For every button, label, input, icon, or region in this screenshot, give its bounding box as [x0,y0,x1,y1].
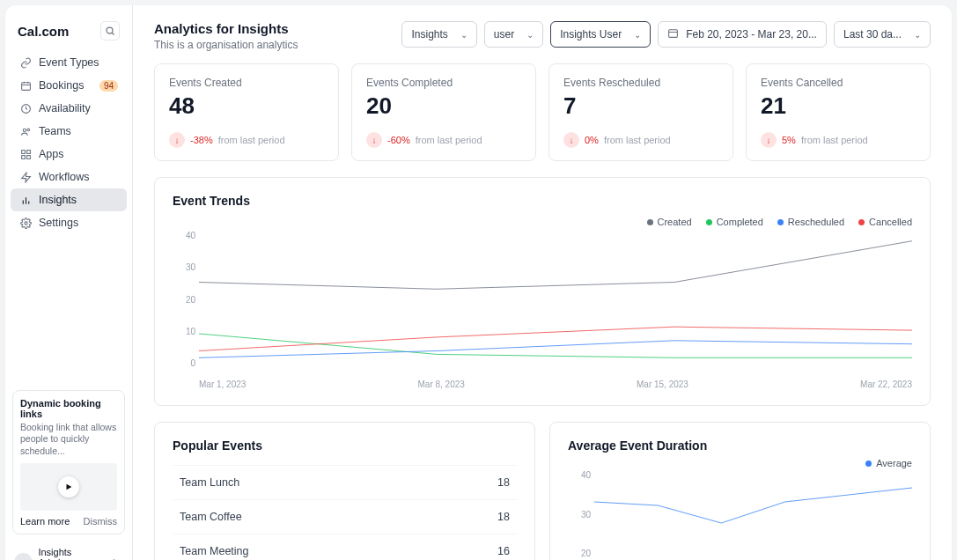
x-axis: Mar 1, 2023 Mar 8, 2023 Mar 15, 2023 Mar… [199,379,912,389]
nav-label: Bookings [39,79,84,92]
arrow-down-icon: ↓ [169,132,185,148]
kebab-icon[interactable]: ⋮ [105,556,123,560]
list-name: Team Meeting [180,545,249,557]
kpi-events-created: Events Created 48 ↓-38%from last period [154,63,339,161]
filter-user[interactable]: Insights User⌄ [550,21,651,48]
calendar-icon [19,80,32,92]
y-axis: 40 30 20 [568,470,591,558]
y-axis: 40 30 20 10 0 [173,231,195,368]
line-chart-svg [594,470,912,558]
filter-label: Insights User [560,28,622,41]
legend-cancelled: Cancelled [858,217,912,227]
svg-rect-19 [669,30,678,38]
user-name: Insights Admin [38,547,99,560]
kpi-delta-pct: 0% [585,135,599,145]
zap-icon [19,172,32,183]
list-name: Team Lunch [180,476,239,489]
svg-rect-9 [21,150,25,153]
event-trends-panel: Event Trends Created Completed Reschedul… [154,177,931,406]
filter-team[interactable]: Insights⌄ [401,21,476,48]
kpi-delta-pct: -60% [387,135,410,145]
nav-label: Apps [39,148,64,160]
kpi-label: Events Created [169,77,324,89]
nav-event-types[interactable]: Event Types [11,51,127,74]
nav-label: Workflows [39,171,89,183]
list-item: Team Lunch18 [173,465,517,499]
svg-rect-2 [21,82,30,90]
legend-dot [647,219,653,225]
calendar-icon [667,27,679,41]
legend-average: Average [865,458,912,468]
play-icon [58,476,79,497]
search-icon [105,26,115,36]
kpi-label: Events Rescheduled [563,77,718,89]
list-item: Team Meeting16 [173,534,517,560]
avg-duration-chart: 40 30 20 [568,470,912,558]
kpi-label: Events Cancelled [761,77,916,89]
legend-dot [777,219,784,225]
nav-list: Event Types Bookings94 Availability Team… [5,51,132,234]
legend-rescheduled: Rescheduled [777,217,844,227]
user-menu[interactable]: Insights Admin /insights ⋮ [5,542,132,560]
nav-label: Availability [39,102,91,114]
tip-title: Dynamic booking links [20,398,117,419]
svg-rect-12 [26,155,30,158]
nav-label: Settings [39,217,78,229]
svg-point-8 [26,128,29,130]
filter-period[interactable]: Last 30 da...⌄ [834,21,931,48]
filter-date-range[interactable]: Feb 20, 2023 - Mar 23, 20... [658,21,827,48]
tip-learn-more[interactable]: Learn more [20,516,70,527]
line-chart-svg [199,231,912,368]
kpi-value: 21 [761,92,916,120]
nav-settings[interactable]: Settings [11,211,127,234]
event-trends-chart: 40 30 20 10 0 Mar 1, 2023 Mar 8, 2023 Ma… [173,231,912,389]
kpi-label: Events Completed [366,77,521,89]
kpi-delta-text: from last period [416,135,482,145]
kpi-events-completed: Events Completed 20 ↓-60%from last perio… [351,63,536,161]
svg-rect-11 [21,155,25,158]
chevron-down-icon: ⌄ [526,30,534,40]
arrow-down-icon: ↓ [366,132,382,148]
nav-teams[interactable]: Teams [11,120,127,143]
nav-bookings[interactable]: Bookings94 [11,74,127,97]
gear-icon [19,217,32,229]
legend-created: Created [647,217,692,227]
list-count: 18 [497,476,510,489]
filter-label: Feb 20, 2023 - Mar 23, 20... [686,28,817,41]
nav-insights[interactable]: Insights [11,188,127,211]
nav-label: Insights [39,194,77,206]
brand-logo: Cal.com [18,24,69,39]
tip-thumbnail[interactable] [20,463,117,511]
users-icon [19,126,32,137]
main-content: Analytics for Insights This is a organis… [133,5,952,560]
chevron-down-icon: ⌄ [914,30,921,40]
grid-icon [19,149,32,160]
filter-scope[interactable]: user⌄ [484,21,543,48]
kpi-value: 7 [563,92,718,120]
page-title: Analytics for Insights [154,21,298,36]
nav-availability[interactable]: Availability [11,97,127,120]
kpi-value: 20 [366,92,521,120]
kpi-value: 48 [169,92,324,120]
svg-marker-13 [21,173,30,182]
svg-line-1 [112,33,114,34]
panel-title: Event Trends [173,194,912,208]
legend-completed: Completed [706,217,763,227]
clock-icon [19,103,32,114]
panel-title: Popular Events [173,438,517,453]
nav-workflows[interactable]: Workflows [11,166,127,188]
search-button[interactable] [100,21,120,41]
chevron-down-icon: ⌄ [634,30,641,40]
kpi-delta-text: from last period [218,135,285,145]
kpi-delta-text: from last period [604,135,671,145]
list-count: 18 [497,511,510,523]
svg-marker-18 [67,483,72,490]
tip-dismiss[interactable]: Dismiss [84,516,118,527]
kpi-delta-text: from last period [801,135,868,145]
nav-apps[interactable]: Apps [11,143,127,166]
bookings-badge: 94 [99,80,118,92]
filter-label: Last 30 da... [843,28,902,41]
avg-duration-panel: Average Event Duration Average 40 30 20 [549,422,931,560]
svg-point-0 [107,27,113,33]
svg-rect-10 [26,150,30,153]
